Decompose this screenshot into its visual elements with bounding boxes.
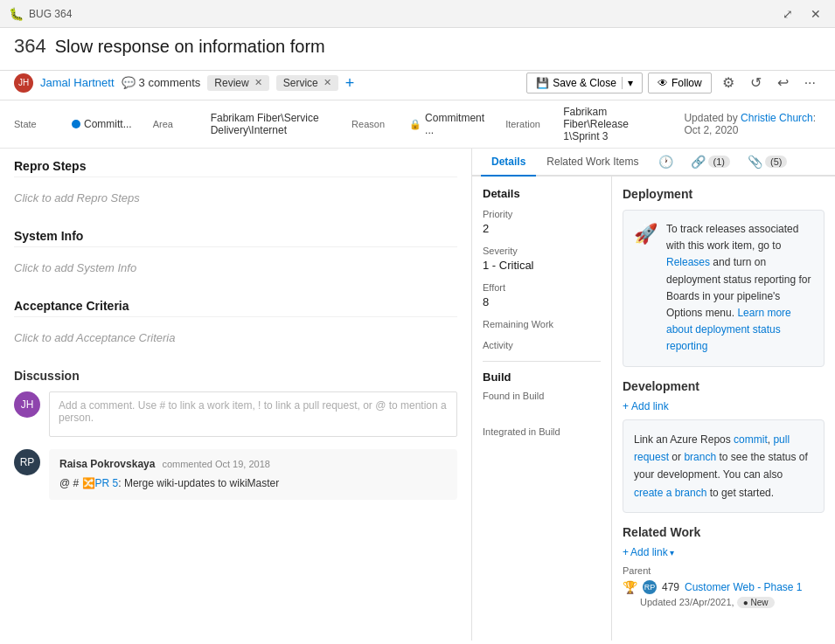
commenter-avatar-0: RP [14, 449, 40, 475]
toolbar-row: JH Jamal Hartnett 💬 3 comments Review ✕ … [0, 71, 835, 100]
area-label: Area [153, 119, 205, 129]
tag-review-close[interactable]: ✕ [254, 77, 262, 88]
more-button[interactable]: ··· [799, 72, 821, 94]
reason-label: Reason [351, 119, 404, 129]
integrated-in-build-label: Integrated in Build [483, 426, 601, 437]
links-icon: 🔗 [691, 155, 706, 169]
follow-button[interactable]: 👁 Follow [648, 73, 712, 93]
repro-steps-placeholder[interactable]: Click to add Repro Steps [14, 184, 457, 211]
commit-link[interactable]: commit [734, 433, 768, 446]
branch-link[interactable]: branch [684, 451, 716, 463]
effort-label: Effort [483, 282, 601, 293]
tab-details[interactable]: Details [481, 149, 536, 177]
reason-text: Commitment ... [425, 112, 484, 136]
integrated-in-build-field: Integrated in Build [483, 426, 601, 454]
tab-attachments[interactable]: 📎 (5) [739, 149, 796, 175]
discussion-section: Discussion JH Add a comment. Use # to li… [14, 369, 457, 500]
system-info-title: System Info [14, 229, 457, 247]
save-close-label: Save & Close [553, 77, 616, 89]
dev-add-link-button[interactable]: + Add link [623, 400, 669, 412]
deployment-info-box: 🚀 To track releases associated with this… [623, 210, 825, 367]
work-item-title[interactable]: Slow response on information form [55, 37, 325, 57]
development-info-box: Link an Azure Repos commit, pull request… [623, 419, 825, 514]
comment-body-0: Raisa Pokrovskaya commented Oct 19, 2018… [49, 449, 457, 500]
iteration-label: Iteration [505, 119, 558, 129]
add-tag-button[interactable]: + [345, 75, 355, 91]
reason-value[interactable]: 🔒 Commitment ... [409, 112, 484, 136]
comment-icon: 💬 [122, 76, 136, 89]
state-text: Committ... [84, 118, 132, 130]
remaining-work-field: Remaining Work [483, 319, 601, 329]
details-divider [483, 361, 601, 362]
toolbar-right: 💾 Save & Close ▾ 👁 Follow ⚙ ↺ ↩ ··· [526, 71, 821, 94]
parent-item: 🏆 RP 479 Customer Web - Phase 1 [623, 580, 825, 594]
activity-label: Activity [483, 340, 601, 350]
save-close-arrow[interactable]: ▾ [622, 77, 633, 89]
state-field: State Committ... [14, 118, 132, 130]
effort-field: Effort 8 [483, 282, 601, 308]
related-add-chevron: ▾ [670, 548, 674, 557]
tab-related-work-items[interactable]: Related Work Items [536, 149, 649, 177]
found-in-build-field: Found in Build [483, 391, 601, 418]
learn-more-link[interactable]: Learn more about deployment status repor… [666, 307, 791, 352]
acceptance-criteria-placeholder[interactable]: Click to add Acceptance Criteria [14, 324, 457, 351]
left-panel: Repro Steps Click to add Repro Steps Sys… [0, 149, 472, 641]
tag-review: Review ✕ [207, 75, 268, 91]
dev-add-link-icon: + [623, 400, 629, 412]
comment-item-0: RP Raisa Pokrovskaya commented Oct 19, 2… [14, 449, 457, 500]
system-info-placeholder[interactable]: Click to add System Info [14, 254, 457, 281]
right-tabs: Details Related Work Items 🕐 🔗 (1) 📎 (5) [472, 149, 835, 177]
updated-info: Updated by Christie Church: Oct 2, 2020 [684, 112, 821, 136]
severity-field: Severity 1 - Critical [483, 246, 601, 272]
details-section-title: Details [483, 187, 601, 200]
settings-button[interactable]: ⚙ [717, 71, 740, 94]
integrated-in-build-value[interactable] [483, 440, 601, 454]
updated-by-link[interactable]: Christie Church [741, 112, 813, 124]
tag-service-close[interactable]: ✕ [324, 77, 331, 88]
expand-button[interactable]: ⤢ [777, 5, 798, 23]
iteration-value[interactable]: Fabrikam Fiber\Release 1\Sprint 3 [563, 106, 663, 142]
priority-value[interactable]: 2 [483, 222, 601, 235]
right-panel: Details Related Work Items 🕐 🔗 (1) 📎 (5)… [472, 149, 835, 641]
found-in-build-value[interactable] [483, 404, 601, 418]
tab-links[interactable]: 🔗 (1) [682, 149, 739, 175]
comment-input-row: JH Add a comment. Use # to link a work i… [14, 391, 457, 437]
pr-link[interactable]: 🔀PR 5 [82, 477, 119, 489]
severity-value[interactable]: 1 - Critical [483, 259, 601, 272]
close-button[interactable]: ✕ [805, 5, 826, 23]
tag-review-label: Review [214, 77, 248, 89]
priority-field: Priority 2 [483, 209, 601, 235]
lock-icon: 🔒 [409, 119, 421, 130]
effort-value[interactable]: 8 [483, 295, 601, 308]
releases-link[interactable]: Releases [666, 256, 710, 268]
commenter-name-0: Raisa Pokrovskaya [59, 458, 155, 470]
assignee-name[interactable]: Jamal Hartnett [40, 76, 115, 89]
parent-id: 479 [662, 581, 679, 593]
state-dot [72, 120, 80, 128]
save-close-button[interactable]: 💾 Save & Close ▾ [526, 73, 643, 93]
parent-title-link[interactable]: Customer Web - Phase 1 [685, 581, 803, 593]
reason-field: Reason 🔒 Commitment ... [351, 112, 484, 136]
iteration-field: Iteration Fabrikam Fiber\Release 1\Sprin… [505, 106, 663, 142]
state-value[interactable]: Committ... [72, 118, 132, 130]
assignee-avatar: JH [14, 73, 33, 93]
area-value[interactable]: Fabrikam Fiber\Service Delivery\Internet [211, 112, 331, 136]
activity-field: Activity [483, 340, 601, 350]
related-add-label: Add link [630, 546, 668, 558]
attachments-icon: 📎 [748, 155, 762, 169]
parent-trophy-icon: 🏆 [623, 580, 637, 594]
parent-label: Parent [623, 565, 825, 576]
related-add-link-button[interactable]: + Add link ▾ [623, 546, 674, 558]
create-branch-link[interactable]: create a branch [634, 487, 706, 499]
repro-steps-title: Repro Steps [14, 159, 457, 177]
acceptance-criteria-section: Acceptance Criteria Click to add Accepta… [14, 299, 457, 351]
right-content: Details Priority 2 Severity 1 - Critical… [472, 177, 835, 641]
tab-history[interactable]: 🕐 [650, 149, 682, 175]
comment-input[interactable]: Add a comment. Use # to link a work item… [49, 391, 457, 437]
undo-button[interactable]: ↩ [772, 71, 794, 94]
work-item-header: 364 Slow response on information form [0, 28, 835, 71]
deployment-icon: 🚀 [634, 223, 658, 246]
comments-button[interactable]: 💬 3 comments [122, 76, 201, 89]
refresh-button[interactable]: ↺ [745, 71, 767, 94]
history-icon: 🕐 [658, 155, 673, 169]
